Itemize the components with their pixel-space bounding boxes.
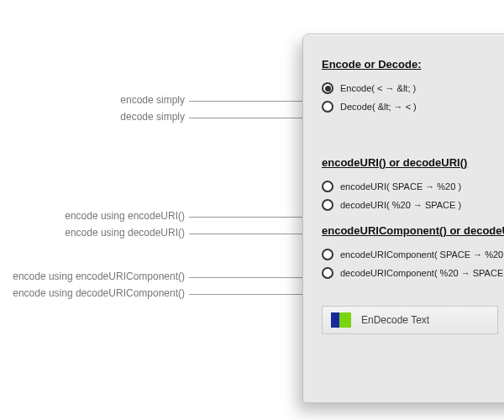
radio-icon bbox=[322, 101, 333, 113]
radio-decode[interactable]: Decode( &lt; → < ) bbox=[322, 97, 504, 116]
radio-label: encodeURIComponent( SPACE → %20 ) bbox=[340, 249, 504, 260]
annotation-decode-uri: encode using decodeURI() bbox=[0, 227, 185, 239]
annotation-encode-uri: encode using encodeURI() bbox=[0, 210, 185, 222]
leader-line bbox=[189, 277, 307, 278]
radio-icon bbox=[322, 249, 333, 260]
radio-encodeuri[interactable]: encodeURI( SPACE → %20 ) bbox=[322, 177, 504, 196]
annotation-decode-simply: decode simply bbox=[0, 111, 185, 123]
leader-line bbox=[189, 101, 307, 102]
annotation-encode-simply: encode simply bbox=[0, 94, 185, 106]
radio-icon bbox=[322, 181, 333, 192]
section-title-encodeuri: encodeURI() or decodeURI() bbox=[322, 156, 504, 169]
leader-line bbox=[189, 234, 307, 234]
radio-label: encodeURI( SPACE → %20 ) bbox=[340, 181, 461, 192]
leader-line bbox=[189, 118, 307, 118]
annotation-encode-uri-component: encode using encodeURIComponent() bbox=[0, 270, 185, 282]
radio-icon bbox=[322, 82, 333, 94]
endecode-button[interactable]: EnDecode Text bbox=[322, 306, 498, 334]
radio-label: Decode( &lt; → < ) bbox=[340, 102, 417, 112]
endecode-panel: Encode or Decode: Encode( < → &lt; ) Dec… bbox=[302, 34, 504, 403]
radio-label: decodeURI( %20 → SPACE ) bbox=[340, 200, 461, 210]
radio-encodeuricomponent[interactable]: encodeURIComponent( SPACE → %20 ) bbox=[322, 245, 504, 264]
radio-icon bbox=[322, 267, 333, 279]
radio-encode[interactable]: Encode( < → &lt; ) bbox=[322, 79, 504, 97]
button-label: EnDecode Text bbox=[361, 314, 429, 326]
annotation-decode-uri-component: encode using decodeURIComponent() bbox=[0, 287, 185, 299]
radio-icon bbox=[322, 199, 333, 211]
color-swatch-icon bbox=[331, 312, 351, 328]
radio-label: Encode( < → &lt; ) bbox=[340, 83, 416, 93]
radio-decodeuri[interactable]: decodeURI( %20 → SPACE ) bbox=[322, 196, 504, 214]
radio-decodeuricomponent[interactable]: decodeURIComponent( %20 → SPACE ) bbox=[322, 264, 504, 282]
section-title-encode-decode: Encode or Decode: bbox=[322, 58, 504, 71]
leader-line bbox=[189, 217, 307, 218]
radio-label: decodeURIComponent( %20 → SPACE ) bbox=[340, 268, 504, 278]
section-title-encodeuricomponent: encodeURIComponent() or decodeURICompone… bbox=[322, 224, 504, 237]
leader-line bbox=[189, 294, 307, 295]
